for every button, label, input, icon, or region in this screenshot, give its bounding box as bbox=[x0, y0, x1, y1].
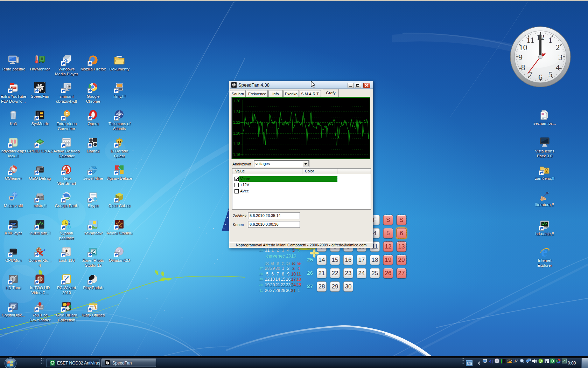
svg-text:1.20: 1.20 bbox=[233, 131, 240, 135]
svg-text:7: 7 bbox=[528, 70, 533, 79]
svg-text:1.26: 1.26 bbox=[233, 99, 240, 103]
svg-text:1.18: 1.18 bbox=[233, 142, 240, 146]
svg-text:11: 11 bbox=[526, 35, 534, 45]
svg-text:1.24: 1.24 bbox=[233, 110, 240, 114]
svg-text:3: 3 bbox=[558, 53, 562, 62]
svg-text:8: 8 bbox=[521, 63, 525, 72]
svg-text:1.16: 1.16 bbox=[233, 152, 240, 157]
svg-text:16°: 16° bbox=[513, 359, 518, 363]
svg-text:1: 1 bbox=[548, 35, 553, 45]
svg-text:4: 4 bbox=[555, 63, 560, 72]
svg-text:KMP: KMP bbox=[10, 223, 16, 225]
svg-text:4: 4 bbox=[43, 248, 45, 252]
svg-text:2: 2 bbox=[555, 43, 560, 52]
svg-text:9: 9 bbox=[518, 53, 523, 62]
svg-text:1.22: 1.22 bbox=[233, 120, 240, 124]
svg-text:6: 6 bbox=[538, 73, 542, 82]
svg-text:4|: 4| bbox=[489, 359, 493, 363]
svg-text:e: e bbox=[541, 246, 547, 257]
svg-text:P: P bbox=[68, 223, 70, 226]
svg-text:5: 5 bbox=[548, 70, 553, 79]
